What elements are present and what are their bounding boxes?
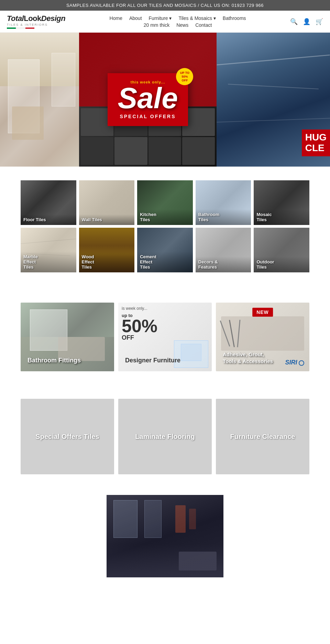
nav-20mm[interactable]: 20 mm thick (144, 22, 169, 28)
huge-clearance-badge: HUGCLE (302, 129, 330, 156)
bathroom-fittings-label: Bathroom Fittings (28, 357, 81, 364)
hero-right-panel: HUGCLE (217, 33, 330, 167)
logo[interactable]: TotalLookDesign TILES & INTERIORS (7, 14, 65, 29)
clearance-grid: Special Offers Tiles Laminate Flooring F… (21, 399, 309, 474)
clearance-furniture[interactable]: Furniture Clearance (216, 399, 309, 474)
tile-kitchen-label: KitchenTiles (137, 209, 193, 225)
nav-about[interactable]: About (129, 15, 142, 21)
tile-bathroom-label: BathroomTiles (196, 209, 251, 225)
logo-subtitle: TILES & INTERIORS (7, 23, 65, 26)
clearance-section: Special Offers Tiles Laminate Flooring F… (0, 385, 330, 488)
logo-text: TotalLookDesign (7, 14, 65, 23)
tile-wall[interactable]: Wall Tiles (79, 180, 135, 225)
tile-kitchen[interactable]: KitchenTiles (137, 180, 193, 225)
tiles-row-2: MarbleEffectTiles WoodEffectTiles Cement… (21, 228, 309, 272)
account-icon[interactable]: 👤 (303, 18, 310, 25)
tile-outdoor-label: OutdoorTiles (254, 257, 309, 272)
nav-furniture[interactable]: Furniture ▾ (149, 15, 172, 21)
tile-wood-label: WoodEffectTiles (79, 251, 135, 272)
featured-designer-furniture[interactable]: is week only... up to 50% OFF Designer F… (118, 303, 212, 371)
siri-brand-logo: SIRI (285, 359, 304, 366)
tile-decors-label: Decors &Features (196, 257, 251, 272)
sale-text: Sale (118, 86, 178, 111)
bottom-room-image (107, 495, 223, 577)
bottom-section (0, 488, 330, 598)
tile-decors[interactable]: Decors &Features (196, 228, 251, 272)
tile-floor-label: Floor Tiles (21, 214, 76, 225)
nav-row-2: 20 mm thick News Contact (144, 22, 212, 28)
top-banner: SAMPLES AVAILABLE FOR ALL OUR TILES AND … (0, 0, 330, 11)
tile-wood[interactable]: WoodEffectTiles (79, 228, 135, 272)
tile-mosaic-label: MosaicTiles (254, 209, 309, 225)
clearance-furniture-label: Furniture Clearance (216, 399, 309, 474)
banner-text: SAMPLES AVAILABLE FOR ALL OUR TILES AND … (66, 3, 264, 8)
search-icon[interactable]: 🔍 (290, 18, 298, 25)
featured-tools[interactable]: NEW SIRI Adhesive, Grout,Tools & Accesso… (216, 303, 309, 371)
clearance-laminate-label: Laminate Flooring (118, 399, 212, 474)
clearance-laminate[interactable]: Laminate Flooring (118, 399, 212, 474)
nav-bathrooms[interactable]: Bathrooms (223, 15, 246, 21)
tiles-row-1: Floor Tiles Wall Tiles KitchenTiles Bath… (21, 180, 309, 225)
nav-contact[interactable]: Contact (195, 22, 212, 28)
designer-furniture-label: Designer Furniture (125, 357, 180, 364)
clearance-special-offers-label: Special Offers Tiles (21, 399, 114, 474)
furniture-sale-badge: up to 50% OFF (122, 313, 157, 341)
hero-center-panel[interactable]: this week only... Sale SPECIAL OFFERS UP… (79, 33, 217, 167)
tile-cement-label: CementEffectTiles (137, 251, 193, 272)
nav-icons: 🔍 👤 🛒 (290, 18, 323, 25)
hero-left-panel (0, 33, 79, 167)
logo-flag (7, 27, 34, 29)
special-offers-text: SPECIAL OFFERS (118, 114, 178, 119)
tile-bathroom[interactable]: BathroomTiles (196, 180, 251, 225)
cart-icon[interactable]: 🛒 (316, 18, 323, 25)
nav-row-1: Home About Furniture ▾ Tiles & Mosaics ▾… (110, 15, 246, 21)
tile-outdoor[interactable]: OutdoorTiles (254, 228, 309, 272)
nav-home[interactable]: Home (110, 15, 122, 21)
clearance-special-offers[interactable]: Special Offers Tiles (21, 399, 114, 474)
nav-wrapper: TotalLookDesign TILES & INTERIORS Home A… (0, 11, 330, 33)
new-badge: NEW (252, 308, 273, 317)
nav-links: Home About Furniture ▾ Tiles & Mosaics ▾… (110, 15, 246, 28)
furniture-week-label: is week only... (122, 306, 147, 311)
hero-banner[interactable]: this week only... Sale SPECIAL OFFERS UP… (0, 33, 330, 167)
tile-mosaic[interactable]: MosaicTiles (254, 180, 309, 225)
tiles-section: Floor Tiles Wall Tiles KitchenTiles Bath… (0, 167, 330, 289)
nav-tiles-mosaics[interactable]: Tiles & Mosaics ▾ (178, 15, 216, 21)
tools-label: Adhesive, Grout,Tools & Accessories (223, 351, 273, 364)
featured-bathroom-fittings[interactable]: Bathroom Fittings (21, 303, 114, 371)
nav-news[interactable]: News (176, 22, 188, 28)
tile-wall-label: Wall Tiles (79, 214, 135, 225)
featured-grid: Bathroom Fittings is week only... up to … (21, 303, 309, 371)
tile-floor[interactable]: Floor Tiles (21, 180, 76, 225)
tile-marble-label: MarbleEffectTiles (21, 251, 76, 272)
tile-marble[interactable]: MarbleEffectTiles (21, 228, 76, 272)
tile-cement[interactable]: CementEffectTiles (137, 228, 193, 272)
featured-section: Bathroom Fittings is week only... up to … (0, 289, 330, 385)
